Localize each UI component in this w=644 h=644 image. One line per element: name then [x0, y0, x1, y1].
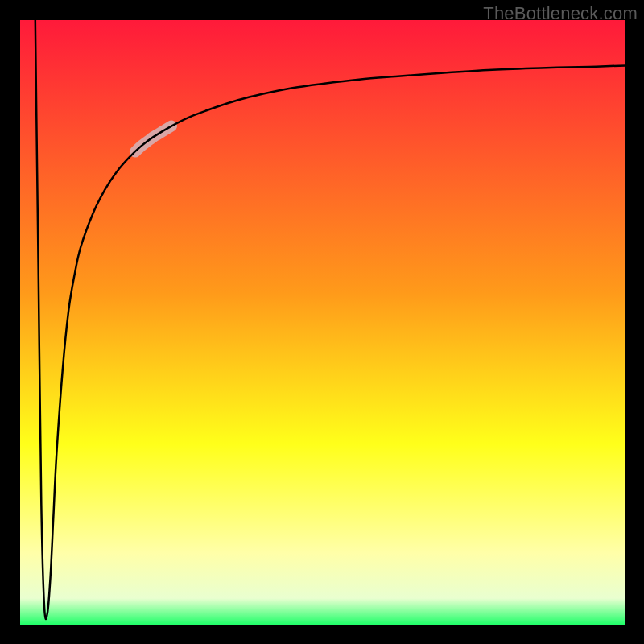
- plot-container: [20, 20, 625, 625]
- plot-svg: [20, 20, 625, 625]
- watermark-text: TheBottleneck.com: [483, 3, 638, 24]
- plot-background: [20, 20, 625, 625]
